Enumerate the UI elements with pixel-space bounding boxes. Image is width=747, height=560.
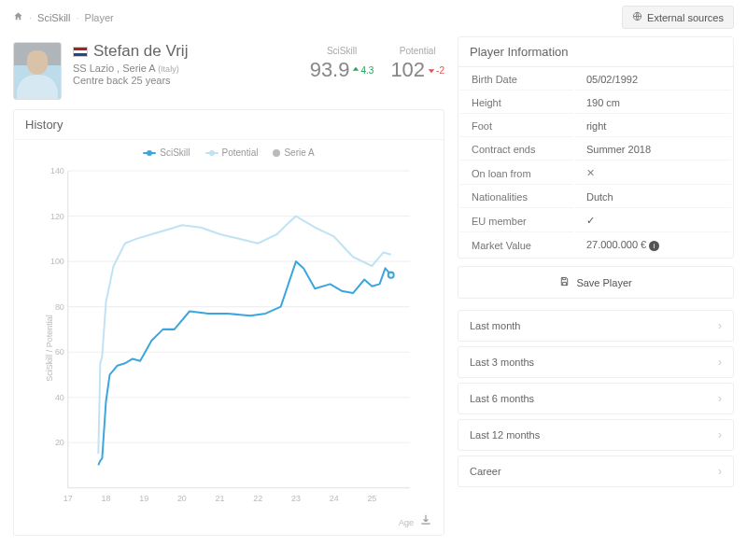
chevron-right-icon: › [718, 319, 722, 332]
sciskill-score: SciSkill 93.9 4.3 [310, 46, 374, 82]
chevron-right-icon: › [718, 356, 722, 369]
svg-point-26 [388, 273, 394, 278]
svg-text:80: 80 [55, 302, 64, 312]
player-position-line: Centre back 25 years [73, 75, 299, 86]
info-row: On loan from✕ [460, 162, 731, 185]
svg-text:40: 40 [55, 393, 64, 402]
info-row: Height190 cm [460, 92, 731, 114]
player-info-card: Player Information Birth Date05/02/1992H… [458, 36, 734, 259]
save-player-button[interactable]: Save Player [458, 266, 734, 299]
svg-text:20: 20 [55, 438, 64, 447]
player-club-line: SS Lazio , Serie A (Italy) [73, 63, 299, 74]
external-sources-button[interactable]: External sources [622, 6, 734, 29]
svg-text:140: 140 [50, 166, 64, 175]
breadcrumb-sciskill[interactable]: SciSkill [37, 12, 70, 23]
legend-seriea[interactable]: Serie A [273, 147, 314, 158]
chevron-right-icon: › [718, 428, 722, 441]
info-row: NationalitiesDutch [460, 187, 731, 208]
svg-text:20: 20 [177, 494, 187, 503]
info-row: EU member✓ [460, 210, 731, 232]
download-icon[interactable] [419, 513, 432, 529]
svg-text:120: 120 [50, 212, 64, 221]
arrow-down-icon: -2 [428, 65, 444, 76]
info-row: Contract endsSummer 2018 [460, 139, 731, 161]
info-row: Footright [460, 116, 731, 137]
svg-text:60: 60 [55, 347, 64, 357]
player-info-title: Player Information [458, 37, 733, 67]
history-chart: SciSkill / Potential Age 204060801001201… [14, 161, 444, 535]
breadcrumb: · SciSkill · Player [13, 11, 114, 23]
info-row: Birth Date05/02/1992 [460, 69, 731, 91]
svg-text:18: 18 [102, 494, 111, 503]
info-row: Market Value27.000.000 €i [460, 234, 731, 256]
player-header: Stefan de Vrij SS Lazio , Serie A (Italy… [13, 36, 444, 109]
svg-text:24: 24 [330, 494, 339, 503]
legend-sciskill[interactable]: SciSkill [143, 147, 190, 158]
period-row[interactable]: Last month› [458, 310, 734, 342]
period-row[interactable]: Last 6 months› [458, 383, 734, 414]
home-icon[interactable] [13, 11, 23, 23]
period-row[interactable]: Career› [458, 455, 734, 487]
player-name: Stefan de Vrij [93, 42, 188, 61]
period-row[interactable]: Last 12 months› [458, 419, 734, 451]
x-axis-label: Age [399, 518, 414, 527]
potential-score: Potential 102 -2 [390, 46, 444, 82]
period-row[interactable]: Last 3 months› [458, 346, 734, 378]
chart-legend: SciSkill Potential Serie A [14, 140, 444, 161]
y-axis-label: SciSkill / Potential [45, 315, 54, 382]
svg-text:19: 19 [139, 494, 148, 503]
arrow-up-icon: 4.3 [352, 65, 374, 76]
flag-netherlands-icon [73, 47, 88, 57]
history-card: History SciSkill Potential Serie A SciSk… [13, 109, 444, 536]
svg-text:21: 21 [216, 494, 225, 503]
save-icon [559, 277, 572, 288]
svg-text:100: 100 [50, 257, 64, 266]
breadcrumb-player: Player [85, 12, 114, 23]
svg-text:25: 25 [367, 494, 376, 503]
player-info-table: Birth Date05/02/1992Height190 cmFootrigh… [458, 67, 733, 258]
globe-icon [632, 11, 642, 23]
svg-text:17: 17 [63, 494, 73, 503]
chevron-right-icon: › [718, 392, 722, 405]
info-icon[interactable]: i [649, 241, 659, 251]
svg-text:22: 22 [253, 494, 262, 503]
legend-potential[interactable]: Potential [205, 147, 259, 158]
history-title: History [14, 110, 444, 140]
svg-text:23: 23 [291, 494, 301, 503]
period-list: Last month›Last 3 months›Last 6 months›L… [458, 310, 734, 487]
chevron-right-icon: › [718, 465, 722, 478]
avatar [13, 42, 62, 100]
